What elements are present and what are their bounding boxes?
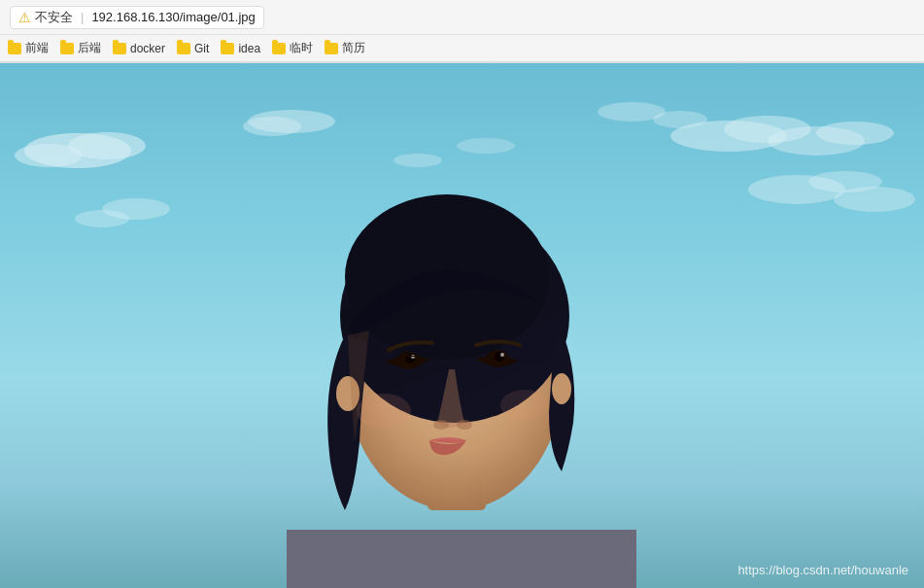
bookmark-label: 临时	[290, 40, 313, 56]
svg-point-33	[357, 394, 411, 429]
bookmark-前端[interactable]: 前端	[8, 40, 49, 56]
address-bar: ⚠ 不安全 | 192.168.16.130/image/01.jpg	[0, 0, 924, 35]
bookmark-label: docker	[130, 42, 165, 55]
url-display[interactable]: 192.168.16.130/image/01.jpg	[91, 10, 255, 24]
folder-icon	[113, 43, 126, 54]
bookmark-简历[interactable]: 简历	[325, 40, 365, 56]
bookmark-临时[interactable]: 临时	[272, 40, 313, 56]
bookmarks-bar: 前端 后端 docker Git idea 临时 简历	[0, 35, 924, 62]
svg-rect-20	[287, 530, 636, 588]
bookmark-git[interactable]: Git	[177, 42, 209, 55]
svg-point-11	[653, 111, 707, 128]
warning-icon: ⚠	[18, 10, 31, 25]
folder-icon	[272, 43, 286, 54]
svg-point-17	[394, 154, 442, 167]
bookmark-后端[interactable]: 后端	[60, 40, 101, 56]
security-label: 不安全	[35, 9, 73, 26]
svg-point-3	[68, 132, 146, 159]
svg-point-32	[457, 420, 472, 430]
svg-point-18	[457, 138, 515, 154]
folder-icon	[60, 43, 74, 54]
svg-point-16	[75, 210, 129, 227]
watermark: https://blog.csdn.net/houwanle	[737, 563, 908, 577]
svg-point-5	[243, 117, 301, 136]
bookmark-label: Git	[194, 42, 209, 55]
image-display: https://blog.csdn.net/houwanle	[0, 63, 924, 588]
folder-icon	[325, 43, 338, 54]
svg-point-34	[500, 390, 549, 421]
separator: |	[81, 10, 84, 24]
svg-point-36	[552, 373, 571, 404]
bookmark-docker[interactable]: docker	[113, 42, 165, 55]
svg-point-27	[411, 355, 415, 359]
svg-point-9	[816, 121, 894, 145]
portrait-svg	[0, 63, 924, 588]
bookmark-idea[interactable]: idea	[221, 42, 260, 55]
svg-point-14	[834, 187, 915, 212]
bookmark-label: 后端	[78, 40, 101, 56]
bookmark-label: idea	[238, 42, 260, 55]
bookmark-label: 简历	[342, 40, 365, 56]
svg-point-31	[433, 420, 449, 430]
bookmark-label: 前端	[25, 40, 49, 56]
svg-point-30	[500, 353, 504, 357]
folder-icon	[8, 43, 21, 54]
security-indicator[interactable]: ⚠ 不安全 | 192.168.16.130/image/01.jpg	[10, 6, 264, 29]
folder-icon	[177, 43, 190, 54]
folder-icon	[221, 43, 234, 54]
